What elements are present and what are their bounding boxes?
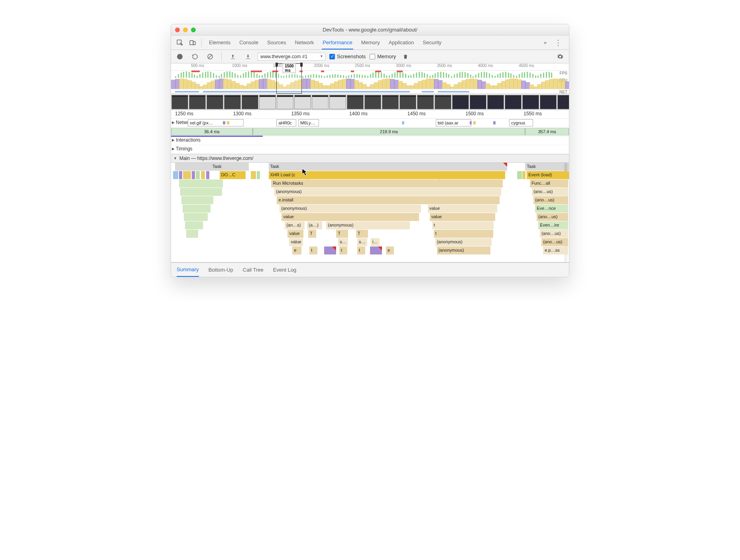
- details-tab-summary[interactable]: Summary: [177, 263, 199, 277]
- flame-chart[interactable]: ▶Network xel.gif (px…aHR0cM6Ly…bid (aax.…: [171, 119, 569, 277]
- flame-block[interactable]: [183, 205, 211, 213]
- panel-tab-elements[interactable]: Elements: [208, 36, 231, 49]
- flame-block[interactable]: (anonymous): [274, 188, 501, 196]
- kebab-menu-icon[interactable]: ⋮: [551, 38, 566, 47]
- screenshot-thumbnail[interactable]: [189, 95, 206, 109]
- screenshot-thumbnail[interactable]: [522, 95, 539, 109]
- flame-block[interactable]: (ano…us): [533, 196, 568, 204]
- upload-icon[interactable]: [227, 51, 238, 62]
- chevron-right-icon[interactable]: ▶: [172, 147, 175, 151]
- record-button[interactable]: [174, 51, 185, 62]
- flame-block[interactable]: value: [281, 213, 419, 221]
- details-tab-bottom-up[interactable]: Bottom-Up: [209, 263, 233, 276]
- flame-block[interactable]: [180, 188, 222, 196]
- reload-record-button[interactable]: [189, 51, 201, 62]
- flame-block[interactable]: XHR Load (c: [269, 171, 506, 179]
- flame-block[interactable]: (anonymous): [326, 221, 410, 229]
- frame-bar[interactable]: 218.9 ms: [253, 128, 525, 135]
- flame-block[interactable]: s…: [357, 238, 367, 246]
- timings-track[interactable]: ▶Timings: [171, 145, 569, 154]
- panel-tab-sources[interactable]: Sources: [266, 36, 287, 49]
- task-bar[interactable]: Task: [211, 163, 249, 171]
- flame-block[interactable]: [201, 171, 205, 179]
- flame-block[interactable]: t: [434, 230, 494, 238]
- settings-gear-icon[interactable]: [555, 51, 566, 62]
- screenshot-thumbnail[interactable]: [540, 95, 557, 109]
- flame-block[interactable]: [186, 230, 198, 238]
- details-tab-event-log[interactable]: Event Log: [273, 263, 297, 276]
- panel-tab-application[interactable]: Application: [388, 36, 415, 49]
- flame-block[interactable]: [324, 246, 336, 254]
- screenshot-thumbnail[interactable]: [242, 95, 258, 109]
- flame-block[interactable]: [179, 171, 182, 179]
- network-track[interactable]: ▶Network xel.gif (px…aHR0cM6Ly…bid (aax.…: [171, 119, 569, 128]
- flame-block[interactable]: t: [432, 221, 494, 229]
- task-bar[interactable]: Task: [525, 163, 569, 171]
- chevron-down-icon[interactable]: ▼: [173, 156, 177, 160]
- flame-block[interactable]: (anonymous): [435, 238, 492, 246]
- frame-bar[interactable]: 36.4 ms: [171, 128, 253, 135]
- clear-button[interactable]: [205, 51, 216, 62]
- flame-block[interactable]: DO…C: [220, 171, 246, 179]
- screenshot-thumbnail[interactable]: [277, 95, 293, 109]
- more-tabs-icon[interactable]: »: [541, 39, 549, 45]
- flame-block[interactable]: T: [308, 230, 316, 238]
- flame-block[interactable]: Even…ire: [538, 221, 568, 229]
- zoom-button[interactable]: [191, 28, 196, 32]
- memory-checkbox[interactable]: Memory: [370, 53, 396, 59]
- flame-block[interactable]: [184, 213, 208, 221]
- screenshot-thumbnail[interactable]: [259, 95, 276, 109]
- flame-block[interactable]: Func…all: [530, 179, 568, 187]
- trash-icon[interactable]: [400, 51, 411, 62]
- flame-block[interactable]: (anonymous): [437, 246, 491, 254]
- flame-block[interactable]: value: [287, 230, 303, 238]
- flame-block[interactable]: [257, 171, 260, 179]
- flame-block[interactable]: (ano…us): [541, 238, 568, 246]
- screenshot-thumbnail[interactable]: [557, 95, 569, 109]
- flame-block[interactable]: [181, 196, 213, 204]
- screenshot-thumbnail[interactable]: [452, 95, 469, 109]
- flame-block[interactable]: s…: [338, 238, 348, 246]
- network-request-bar[interactable]: bid (aax.ar: [436, 119, 472, 126]
- flame-block[interactable]: [517, 171, 522, 179]
- screenshot-thumbnail[interactable]: [417, 95, 434, 109]
- network-request-bar[interactable]: xel.gif (px…: [188, 119, 244, 126]
- screenshot-thumbnail[interactable]: [435, 95, 451, 109]
- flame-block[interactable]: (anonymous): [279, 205, 421, 213]
- network-request-bar[interactable]: M6Ly…: [298, 119, 319, 126]
- screenshot-thumbnail[interactable]: [312, 95, 329, 109]
- main-track-header[interactable]: ▼ Main — https://www.theverge.com/: [171, 154, 569, 163]
- panel-tab-network[interactable]: Network: [294, 36, 315, 49]
- panel-tab-performance[interactable]: Performance: [322, 36, 353, 49]
- flame-block[interactable]: [185, 221, 203, 229]
- flame-block[interactable]: [206, 171, 209, 179]
- flame-block[interactable]: [183, 171, 191, 179]
- flame-block[interactable]: Run Microtasks: [271, 179, 503, 187]
- flame-block[interactable]: [196, 171, 200, 179]
- screenshot-thumbnail[interactable]: [382, 95, 399, 109]
- flame-block[interactable]: (a…): [307, 221, 322, 229]
- timeline-overview[interactable]: 500 ms1000 ms1500 ms2000 ms2500 ms3000 m…: [171, 63, 569, 94]
- flame-block[interactable]: [192, 171, 195, 179]
- details-tab-call-tree[interactable]: Call Tree: [243, 263, 264, 276]
- flame-block[interactable]: (ano…us): [532, 188, 568, 196]
- flame-block[interactable]: [370, 246, 382, 254]
- screenshot-thumbnail[interactable]: [347, 95, 364, 109]
- inspect-icon[interactable]: [174, 37, 185, 48]
- flame-block[interactable]: T: [356, 230, 368, 238]
- screenshot-filmstrip[interactable]: [171, 94, 569, 110]
- flame-block[interactable]: e.p…ss: [543, 246, 568, 254]
- screenshot-thumbnail[interactable]: [171, 95, 188, 109]
- flame-block[interactable]: value: [430, 213, 496, 221]
- flame-block[interactable]: e: [386, 246, 394, 254]
- flame-block[interactable]: [251, 171, 256, 179]
- download-icon[interactable]: [242, 51, 254, 62]
- panel-tab-memory[interactable]: Memory: [360, 36, 381, 49]
- screenshot-thumbnail[interactable]: [470, 95, 486, 109]
- flame-block[interactable]: (ano…us): [540, 230, 568, 238]
- screenshots-checkbox[interactable]: ✓ Screenshots: [329, 53, 366, 59]
- flame-block[interactable]: t: [357, 246, 365, 254]
- flame-block[interactable]: value: [289, 238, 303, 246]
- flame-block[interactable]: e.install: [277, 196, 500, 204]
- recording-select[interactable]: www.theverge.com #1: [258, 53, 325, 61]
